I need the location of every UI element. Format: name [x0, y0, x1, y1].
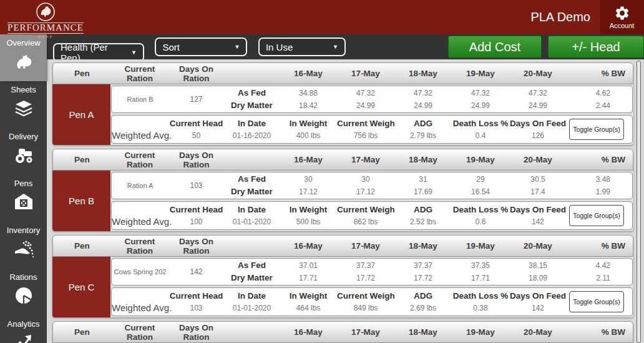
- col-header-date: 18-May: [394, 327, 452, 337]
- weighted-avg-label: Weighted Avg.: [112, 202, 168, 229]
- weighted-avg-card: Weighted Avg. Current Head 103 In Date 0…: [111, 287, 633, 316]
- sort-dropdown-value: Sort: [162, 42, 180, 52]
- brand-sub: BEEF: [7, 33, 84, 39]
- pct-bw-values: 4.622.44: [567, 86, 627, 112]
- pct-bw-values: 3.481.99: [567, 172, 627, 199]
- sidebar-item-delivery[interactable]: Delivery: [0, 128, 47, 175]
- toggle-groups-button[interactable]: Toggle Group(s): [569, 205, 623, 226]
- feed-day-values: 47.3224.99: [394, 86, 452, 112]
- performance-beef-logo: PERFORMANCE BEEF: [7, 1, 84, 39]
- pen-section: Pen Current Ration Days On Ration 16-May…: [52, 62, 633, 145]
- col-header-date: 19-May: [452, 69, 509, 78]
- pen-table-header: Pen Current Ration Days On Ration 16-May…: [52, 149, 633, 171]
- sidebar-item-overview[interactable]: Overview: [0, 34, 47, 81]
- tractor-icon: [12, 144, 35, 166]
- col-header-date: 19-May: [452, 327, 509, 337]
- pen-name[interactable]: Pen A: [52, 84, 110, 145]
- col-header-current-ration: Current Ration: [111, 151, 168, 169]
- feed-day-values: 37.0117.71: [280, 259, 337, 285]
- account-label: Account: [610, 22, 635, 29]
- feed-day-values: 30.517.4: [509, 172, 567, 199]
- pen-table-header: Pen Current Ration Days On Ration 16-May…: [52, 235, 633, 257]
- sidebar-item-label: Delivery: [9, 132, 38, 141]
- feed-day-values: 3117.69: [394, 172, 452, 199]
- feed-day-values: 37.3517.71: [452, 259, 509, 285]
- toggle-groups-button[interactable]: Toggle Group(s): [569, 119, 623, 140]
- pct-bw-values: 4.422.11: [567, 259, 627, 285]
- toolbar: Health (Per Pen) ▼ Sort ▼ In Use ▼ Add C…: [47, 34, 644, 59]
- col-header-pen: Pen: [53, 241, 111, 251]
- sidebar-item-analytics[interactable]: Analytics: [0, 316, 47, 343]
- feed-day-values: 37.3717.72: [394, 259, 452, 285]
- sidebar-item-inventory[interactable]: Inventory: [0, 222, 47, 269]
- chevron-down-icon: ▼: [235, 44, 240, 50]
- in-weight-stat: In Weight 500 lbs: [280, 202, 337, 229]
- vertical-scrollbar[interactable]: [637, 61, 641, 343]
- bull-icon: [12, 50, 35, 72]
- col-header-pen: Pen: [53, 69, 111, 78]
- col-header-date: 16-May: [280, 241, 337, 251]
- toggle-groups-button[interactable]: Toggle Group(s): [569, 291, 623, 312]
- col-header-current-ration: Current Ration: [111, 323, 168, 342]
- adg-stat: ADG 2.79 lbs: [394, 116, 452, 143]
- as-fed-label: As Fed: [224, 259, 280, 272]
- feed-day-values: 37.3717.72: [337, 259, 394, 285]
- feed-day-values: 3017.12: [280, 172, 337, 199]
- col-header-date: 18-May: [394, 241, 452, 251]
- brand-name: PERFORMANCE: [7, 22, 84, 32]
- sort-dropdown[interactable]: Sort ▼: [155, 37, 247, 56]
- col-header-pct-bw: % BW: [567, 69, 634, 78]
- col-header-current-ration: Current Ration: [111, 64, 168, 83]
- feed-hand-icon: [12, 237, 35, 260]
- sidebar-item-pens[interactable]: Pens: [0, 175, 47, 222]
- current-weigh-stat: Current Weigh 862 lbs: [337, 202, 394, 229]
- sidebar-item-sheets[interactable]: Sheets: [0, 81, 47, 128]
- weighted-avg-card: Weighted Avg. Current Head 50 In Date 01…: [111, 115, 633, 144]
- app-header: PERFORMANCE BEEF PLA Demo Account: [0, 0, 644, 34]
- death-loss-stat: Death Loss % 0.6: [452, 202, 509, 229]
- col-header-date: 19-May: [452, 155, 509, 164]
- sidebar-item-label: Sheets: [11, 85, 36, 94]
- pen-section: Pen Current Ration Days On Ration 16-May…: [52, 321, 633, 343]
- ration-feed-card: Cows Spring 202 142 As Fed Dry Matter 37…: [111, 258, 633, 286]
- col-header-date: 20-May: [509, 69, 567, 78]
- pie-chart-icon: [12, 284, 35, 307]
- days-on-feed-stat: Days On Feed 126: [509, 116, 567, 143]
- dry-matter-label: Dry Matter: [224, 99, 280, 112]
- gear-icon: [614, 5, 630, 21]
- in-weight-stat: In Weight 464 lbs: [280, 288, 337, 316]
- col-header-pct-bw: % BW: [567, 327, 634, 337]
- add-cost-button[interactable]: Add Cost: [448, 36, 542, 58]
- account-button[interactable]: Account: [600, 0, 644, 34]
- pen-table-header: Pen Current Ration Days On Ration 16-May…: [52, 62, 633, 84]
- pen-overview-list: Pen Current Ration Days On Ration 16-May…: [47, 59, 644, 343]
- col-header-pct-bw: % BW: [567, 155, 634, 164]
- pen-name[interactable]: Pen C: [52, 257, 110, 317]
- col-header-days-on-ration: Days On Ration: [168, 151, 224, 169]
- bull-emblem-icon: [35, 1, 56, 22]
- in-use-dropdown[interactable]: In Use ▼: [258, 37, 346, 56]
- pen-section: Pen Current Ration Days On Ration 16-May…: [52, 149, 633, 231]
- current-ration-value: Ration A: [112, 182, 168, 189]
- weighted-avg-card: Weighted Avg. Current Head 100 In Date 0…: [111, 201, 633, 230]
- in-date-stat: In Date 01-01-2020: [224, 202, 280, 229]
- feed-day-values: 47.3224.99: [509, 86, 567, 112]
- col-header-date: 17-May: [337, 241, 394, 251]
- pen-table-header: Pen Current Ration Days On Ration 16-May…: [52, 321, 633, 343]
- ration-feed-card: Ration A 103 As Fed Dry Matter 3017.12 3…: [111, 172, 633, 199]
- layers-icon: [12, 97, 35, 119]
- feed-day-values: 2916.54: [452, 172, 509, 199]
- pen-name[interactable]: Pen B: [52, 171, 110, 231]
- col-header-days-on-ration: Days On Ration: [168, 323, 224, 342]
- col-header-date: 16-May: [280, 327, 337, 337]
- adg-stat: ADG 2.69 lbs: [394, 288, 452, 316]
- sidebar-item-rations[interactable]: Rations: [0, 269, 47, 316]
- days-on-ration-value: 142: [168, 267, 224, 276]
- feed-day-values: 34.8818.42: [280, 86, 337, 112]
- col-header-days-on-ration: Days On Ration: [168, 237, 224, 256]
- sidebar-item-label: Pens: [14, 179, 33, 188]
- col-header-pen: Pen: [53, 327, 111, 337]
- filter-dropdown[interactable]: Health (Per Pen) ▼: [53, 43, 144, 62]
- plus-minus-head-button[interactable]: +/- Head: [548, 36, 644, 58]
- col-header-date: 20-May: [509, 241, 567, 251]
